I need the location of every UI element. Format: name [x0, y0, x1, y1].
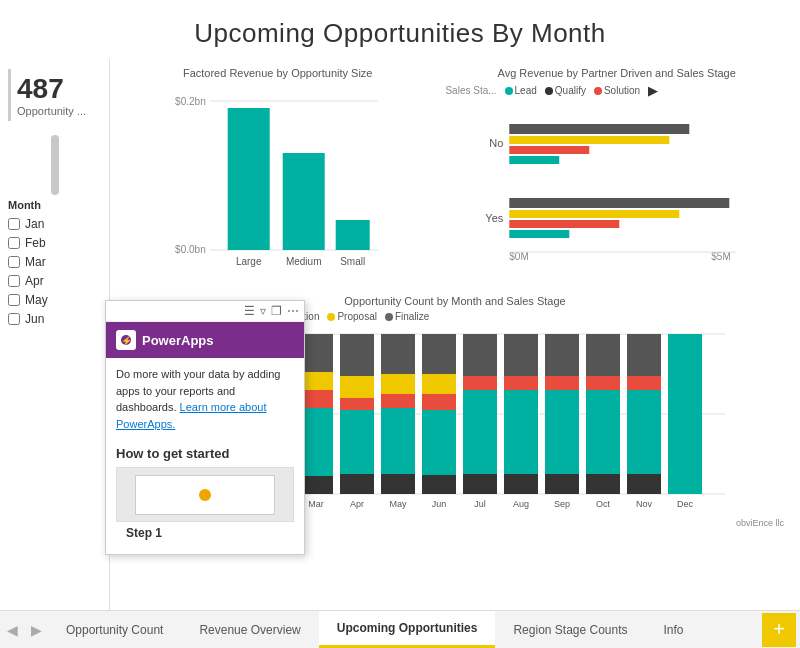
powerapps-title: PowerApps: [142, 333, 214, 348]
toolbar-lines-icon[interactable]: ☰: [244, 304, 255, 318]
tab-revenue-overview[interactable]: Revenue Overview: [181, 611, 318, 648]
svg-rect-81: [586, 334, 620, 376]
svg-rect-22: [510, 230, 570, 238]
svg-rect-47: [340, 334, 374, 376]
svg-rect-67: [463, 376, 497, 390]
filter-apr[interactable]: Apr: [8, 274, 101, 288]
svg-text:$0M: $0M: [510, 251, 529, 262]
checkbox-may[interactable]: [8, 294, 20, 306]
svg-rect-57: [381, 474, 415, 494]
svg-text:Nov: Nov: [636, 499, 653, 509]
powerapps-step: How to get started Step 1: [106, 440, 304, 546]
svg-text:Mar: Mar: [308, 499, 324, 509]
powerapps-image: [116, 467, 294, 522]
tab-opportunity-count[interactable]: Opportunity Count: [48, 611, 181, 648]
svg-rect-89: [627, 474, 661, 494]
svg-rect-68: [463, 390, 497, 474]
svg-rect-91: [668, 334, 702, 494]
kpi-number: 487: [17, 73, 95, 105]
svg-rect-72: [504, 376, 538, 390]
svg-rect-18: [510, 156, 560, 164]
svg-rect-15: [510, 124, 690, 134]
svg-rect-61: [422, 394, 456, 410]
svg-rect-74: [504, 474, 538, 494]
svg-rect-79: [545, 474, 579, 494]
svg-text:Aug: Aug: [513, 499, 529, 509]
svg-rect-82: [586, 376, 620, 390]
svg-rect-78: [545, 390, 579, 474]
checkbox-apr[interactable]: [8, 275, 20, 287]
svg-text:Dec: Dec: [677, 499, 694, 509]
checkbox-mar[interactable]: [8, 256, 20, 268]
checkbox-jun[interactable]: [8, 313, 20, 325]
stacked-legend-finalize: Finalize: [385, 311, 429, 322]
svg-rect-73: [504, 390, 538, 474]
svg-text:May: May: [389, 499, 407, 509]
popup-toolbar: ☰ ▿ ❐ ⋯: [106, 301, 304, 322]
svg-rect-69: [463, 474, 497, 494]
top-charts-row: Factored Revenue by Opportunity Size $0.…: [122, 67, 788, 287]
toolbar-more-icon[interactable]: ⋯: [287, 304, 299, 318]
svg-rect-50: [340, 410, 374, 474]
main-container: Upcoming Opportunities By Month 487 Oppo…: [0, 0, 800, 648]
stacked-legend-proposal: Proposal: [327, 311, 376, 322]
filter-mar[interactable]: Mar: [8, 255, 101, 269]
tab-upcoming-opportunities[interactable]: Upcoming Opportunities: [319, 611, 496, 648]
svg-rect-4: [228, 108, 270, 250]
svg-text:$0.2bn: $0.2bn: [175, 96, 206, 107]
toolbar-filter-icon[interactable]: ▿: [260, 304, 266, 318]
checkbox-feb[interactable]: [8, 237, 20, 249]
svg-rect-6: [336, 220, 370, 250]
svg-text:No: No: [490, 137, 504, 149]
filter-jan[interactable]: Jan: [8, 217, 101, 231]
svg-rect-54: [381, 374, 415, 394]
svg-rect-5: [283, 153, 325, 250]
svg-rect-62: [422, 410, 456, 475]
legend-qualify: Qualify: [545, 85, 586, 96]
tab-bar: ◀ ▶ Opportunity Count Revenue Overview U…: [0, 610, 800, 648]
powerapps-img-inner: [135, 475, 276, 515]
svg-rect-77: [545, 376, 579, 390]
svg-rect-48: [340, 376, 374, 398]
powerapps-how-to: How to get started: [116, 446, 294, 461]
powerapps-popup: ☰ ▿ ❐ ⋯ ⚡ PowerApps Do more with your da…: [105, 300, 305, 555]
filter-may[interactable]: May: [8, 293, 101, 307]
svg-text:Sep: Sep: [554, 499, 570, 509]
toolbar-expand-icon[interactable]: ❐: [271, 304, 282, 318]
svg-text:Small: Small: [340, 256, 365, 267]
legend-more[interactable]: ▶: [648, 83, 658, 98]
checkbox-jan[interactable]: [8, 218, 20, 230]
factored-revenue-svg: $0.2bn $0.0bn Large Medium Small: [122, 83, 433, 278]
filter-jun[interactable]: Jun: [8, 312, 101, 326]
svg-rect-16: [510, 136, 670, 144]
tab-next-button[interactable]: ▶: [24, 611, 48, 648]
factored-revenue-chart: Factored Revenue by Opportunity Size $0.…: [122, 67, 433, 287]
svg-rect-59: [422, 334, 456, 374]
step-label: Step 1: [116, 522, 294, 540]
factored-chart-title: Factored Revenue by Opportunity Size: [122, 67, 433, 79]
filter-feb[interactable]: Feb: [8, 236, 101, 250]
scrollbar[interactable]: [51, 135, 59, 195]
svg-rect-87: [627, 376, 661, 390]
svg-text:$0.0bn: $0.0bn: [175, 244, 206, 255]
avg-revenue-svg: No Yes $0M $5M: [445, 102, 788, 270]
svg-rect-83: [586, 390, 620, 474]
svg-rect-55: [381, 394, 415, 408]
powerapps-body: Do more with your data by adding apps to…: [106, 358, 304, 440]
tab-prev-button[interactable]: ◀: [0, 611, 24, 648]
tab-region-stage-counts[interactable]: Region Stage Counts: [495, 611, 645, 648]
svg-text:Medium: Medium: [286, 256, 322, 267]
tab-info[interactable]: Info: [646, 611, 702, 648]
svg-rect-88: [627, 390, 661, 474]
svg-text:$5M: $5M: [712, 251, 731, 262]
svg-rect-19: [510, 198, 730, 208]
svg-text:Apr: Apr: [350, 499, 364, 509]
svg-text:Jun: Jun: [432, 499, 447, 509]
svg-text:⚡: ⚡: [121, 335, 133, 347]
svg-rect-49: [340, 398, 374, 410]
svg-text:Yes: Yes: [486, 212, 504, 224]
avg-revenue-chart: Avg Revenue by Partner Driven and Sales …: [445, 67, 788, 287]
svg-rect-21: [510, 220, 620, 228]
powerapps-header: ⚡ PowerApps: [106, 322, 304, 358]
tab-add-button[interactable]: +: [762, 613, 796, 647]
